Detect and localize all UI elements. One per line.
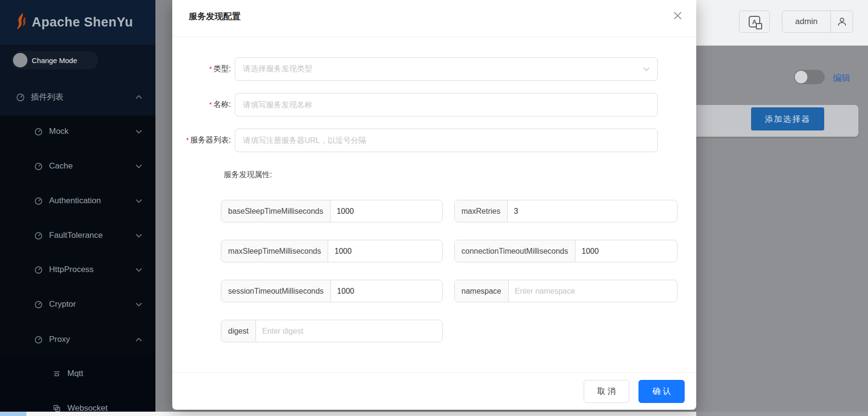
prop-digest: digest bbox=[221, 320, 443, 342]
prop-value-input[interactable] bbox=[509, 280, 677, 302]
dashboard-icon bbox=[34, 299, 43, 309]
sidebar-item-cache[interactable]: Cache bbox=[0, 156, 155, 176]
sidebar-item-httpprocess[interactable]: HttpProcess bbox=[0, 260, 155, 279]
name-label: *名称: bbox=[172, 100, 231, 110]
language-icon: A bbox=[749, 16, 760, 27]
logo[interactable]: Apache ShenYu bbox=[0, 0, 155, 45]
sidebar-item-label: Mqtt bbox=[67, 369, 83, 378]
horizontal-scrollbar-track-right bbox=[696, 412, 868, 416]
sidebar-item-mqtt[interactable]: Mqtt bbox=[0, 364, 155, 383]
language-button[interactable]: A bbox=[739, 11, 770, 33]
modal-footer: 取 消 确 认 bbox=[172, 372, 696, 410]
sidebar-item-label: Authentication bbox=[49, 196, 101, 206]
sidebar-item-plugin-list[interactable]: 插件列表 bbox=[0, 87, 155, 106]
prop-value-input[interactable] bbox=[508, 200, 677, 222]
form-row-type: *类型: 请选择服务发现类型 bbox=[172, 57, 677, 81]
prop-key-label: sessionTimeoutMilliseconds bbox=[221, 280, 331, 302]
mqtt-icon bbox=[52, 369, 62, 378]
sidebar-item-mock[interactable]: Mock bbox=[0, 122, 155, 141]
prop-key-label: digest bbox=[221, 320, 256, 342]
chevron-down-icon bbox=[136, 130, 142, 134]
chevron-down-icon bbox=[136, 302, 142, 307]
prop-namespace: namespace bbox=[454, 280, 677, 302]
prop-value-input[interactable] bbox=[331, 280, 442, 302]
app-title: Apache ShenYu bbox=[32, 15, 133, 30]
chevron-down-icon bbox=[136, 199, 142, 203]
edit-switch[interactable] bbox=[794, 70, 825, 84]
form-row-server-list: *服务器列表: bbox=[172, 129, 677, 152]
chevron-down-icon bbox=[643, 67, 650, 71]
dashboard-icon bbox=[15, 92, 25, 102]
sidebar-item-label: Proxy bbox=[49, 335, 70, 344]
chevron-up-icon bbox=[136, 338, 142, 342]
edit-label: 编辑 bbox=[833, 72, 850, 84]
sidebar-item-label: 插件列表 bbox=[31, 91, 64, 103]
prop-baseSleepTimeMilliseconds: baseSleepTimeMilliseconds bbox=[221, 200, 443, 222]
horizontal-scrollbar-thumb[interactable] bbox=[0, 412, 26, 416]
required-asterisk: * bbox=[209, 100, 212, 108]
sidebar-item-label: HttpProcess bbox=[49, 265, 94, 274]
name-input[interactable] bbox=[235, 93, 658, 117]
shenyu-flame-icon bbox=[14, 13, 29, 33]
prop-value-input[interactable] bbox=[575, 240, 677, 262]
sidebar-item-authentication[interactable]: Authentication bbox=[0, 191, 155, 210]
prop-key-label: maxRetries bbox=[455, 200, 508, 222]
prop-maxSleepTimeMilliseconds: maxSleepTimeMilliseconds bbox=[221, 240, 443, 262]
server-list-input[interactable] bbox=[235, 129, 658, 152]
prop-value-input[interactable] bbox=[256, 320, 442, 342]
sidebar-item-faulttolerance[interactable]: FaultTolerance bbox=[0, 226, 155, 245]
cancel-button[interactable]: 取 消 bbox=[584, 380, 629, 403]
prop-maxRetries: maxRetries bbox=[454, 200, 677, 222]
username-label: admin bbox=[782, 17, 830, 26]
user-icon bbox=[831, 16, 853, 27]
type-select-placeholder: 请选择服务发现类型 bbox=[243, 64, 312, 74]
modal-mask-right bbox=[696, 46, 868, 416]
dashboard-icon bbox=[34, 335, 43, 344]
change-mode-toggle[interactable]: Change Mode bbox=[12, 51, 98, 69]
chevron-up-icon bbox=[136, 95, 142, 99]
sidebar-item-label: FaultTolerance bbox=[49, 231, 103, 240]
chevron-down-icon bbox=[136, 164, 142, 169]
modal-header: 服务发现配置 bbox=[172, 0, 696, 37]
sidebar-item-proxy[interactable]: Proxy bbox=[0, 330, 155, 349]
confirm-button[interactable]: 确 认 bbox=[638, 380, 685, 403]
sidebar-item-label: Mock bbox=[49, 127, 69, 136]
horizontal-scrollbar-track bbox=[26, 412, 696, 416]
dashboard-icon bbox=[34, 161, 43, 171]
prop-key-label: maxSleepTimeMilliseconds bbox=[221, 240, 328, 262]
prop-key-label: namespace bbox=[455, 280, 509, 302]
sidebar-item-cryptor[interactable]: Cryptor bbox=[0, 295, 155, 314]
required-asterisk: * bbox=[209, 65, 212, 73]
user-menu[interactable]: admin bbox=[782, 11, 853, 33]
switch-knob bbox=[795, 71, 807, 83]
server-list-label: *服务器列表: bbox=[172, 135, 231, 145]
required-asterisk: * bbox=[186, 136, 189, 144]
form-row-name: *名称: bbox=[172, 93, 677, 117]
prop-key-label: connectionTimeoutMilliseconds bbox=[455, 240, 575, 262]
type-select[interactable]: 请选择服务发现类型 bbox=[235, 57, 658, 81]
discovery-props-label: 服务发现属性: bbox=[224, 170, 272, 180]
prop-key-label: baseSleepTimeMilliseconds bbox=[221, 200, 331, 222]
dashboard-icon bbox=[34, 231, 43, 240]
prop-value-input[interactable] bbox=[331, 200, 442, 222]
chevron-down-icon bbox=[136, 234, 142, 238]
add-selector-button[interactable]: 添加选择器 bbox=[751, 107, 824, 130]
close-icon bbox=[673, 11, 682, 20]
type-label: *类型: bbox=[172, 64, 231, 74]
close-button[interactable] bbox=[667, 5, 688, 26]
modal-title: 服务发现配置 bbox=[189, 11, 241, 22]
dashboard-icon bbox=[34, 127, 43, 136]
change-mode-label: Change Mode bbox=[32, 56, 77, 65]
sidebar-item-label: Cryptor bbox=[49, 299, 76, 309]
sidebar: Apache ShenYu Change Mode 插件列表 Mock Cach… bbox=[0, 0, 155, 416]
prop-value-input[interactable] bbox=[328, 240, 442, 262]
change-mode-knob bbox=[13, 53, 27, 67]
prop-sessionTimeoutMilliseconds: sessionTimeoutMilliseconds bbox=[221, 280, 443, 302]
chevron-down-icon bbox=[136, 268, 142, 272]
service-discovery-modal: 服务发现配置 *类型: 请选择服务发现类型 *名称: *服务器列表: 服务发现属… bbox=[172, 0, 696, 410]
sidebar-item-label: Cache bbox=[49, 161, 73, 171]
dashboard-icon bbox=[34, 196, 43, 206]
dashboard-icon bbox=[34, 265, 43, 274]
prop-connectionTimeoutMilliseconds: connectionTimeoutMilliseconds bbox=[454, 240, 677, 262]
